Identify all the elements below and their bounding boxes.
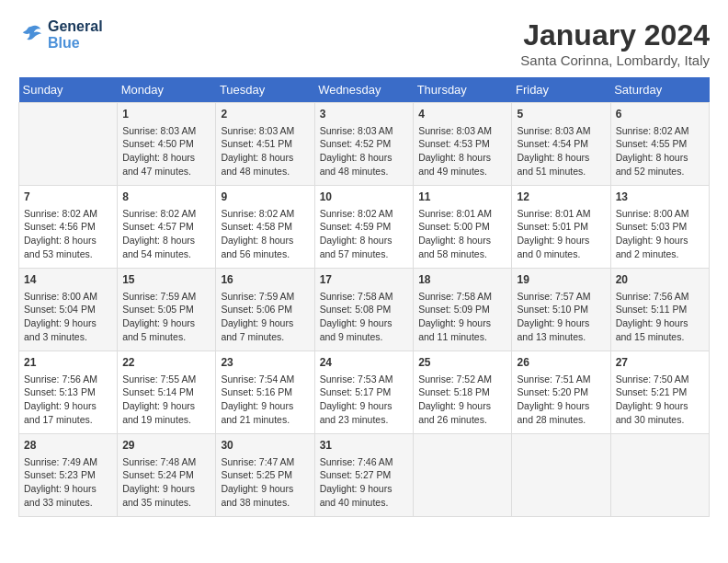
calendar-cell: 2Sunrise: 8:03 AM Sunset: 4:51 PM Daylig… <box>216 103 314 186</box>
calendar-cell: 8Sunrise: 8:02 AM Sunset: 4:57 PM Daylig… <box>118 186 216 269</box>
calendar-cell: 24Sunrise: 7:53 AM Sunset: 5:17 PM Dayli… <box>314 351 414 434</box>
day-info: Sunrise: 7:53 AM Sunset: 5:17 PM Dayligh… <box>320 373 409 427</box>
day-number: 22 <box>122 355 210 371</box>
calendar-cell <box>414 434 512 517</box>
day-number: 26 <box>517 355 605 371</box>
calendar-cell: 6Sunrise: 8:02 AM Sunset: 4:55 PM Daylig… <box>610 103 709 186</box>
calendar-cell: 25Sunrise: 7:52 AM Sunset: 5:18 PM Dayli… <box>414 351 512 434</box>
calendar-cell <box>512 434 610 517</box>
month-title: January 2024 <box>520 18 710 52</box>
day-number: 25 <box>418 355 506 371</box>
calendar-cell: 12Sunrise: 8:01 AM Sunset: 5:01 PM Dayli… <box>512 186 610 269</box>
logo: General Blue <box>18 18 103 51</box>
day-info: Sunrise: 8:00 AM Sunset: 5:03 PM Dayligh… <box>616 207 704 261</box>
logo-icon <box>18 22 44 48</box>
day-number: 2 <box>221 107 309 122</box>
day-info: Sunrise: 8:02 AM Sunset: 4:57 PM Dayligh… <box>122 207 210 261</box>
day-info: Sunrise: 8:02 AM Sunset: 4:58 PM Dayligh… <box>221 207 309 261</box>
day-number: 8 <box>122 190 210 205</box>
calendar-cell: 22Sunrise: 7:55 AM Sunset: 5:14 PM Dayli… <box>118 351 216 434</box>
day-info: Sunrise: 7:47 AM Sunset: 5:25 PM Dayligh… <box>221 455 309 510</box>
column-header-saturday: Saturday <box>610 77 709 103</box>
day-number: 10 <box>320 190 409 205</box>
title-area: January 2024 Santa Corinna, Lombardy, It… <box>520 18 710 68</box>
day-info: Sunrise: 7:52 AM Sunset: 5:18 PM Dayligh… <box>418 373 506 427</box>
day-info: Sunrise: 7:46 AM Sunset: 5:27 PM Dayligh… <box>320 455 409 510</box>
day-number: 15 <box>122 272 210 288</box>
day-number: 17 <box>320 272 409 288</box>
day-number: 29 <box>122 438 210 454</box>
day-number: 12 <box>517 190 605 205</box>
day-info: Sunrise: 7:48 AM Sunset: 5:24 PM Dayligh… <box>122 455 210 510</box>
calendar-cell: 14Sunrise: 8:00 AM Sunset: 5:04 PM Dayli… <box>19 269 118 351</box>
day-number: 18 <box>418 272 506 288</box>
location-title: Santa Corinna, Lombardy, Italy <box>520 52 710 68</box>
column-header-sunday: Sunday <box>19 77 118 103</box>
day-number: 9 <box>221 190 309 205</box>
day-number: 4 <box>418 107 506 122</box>
day-info: Sunrise: 7:55 AM Sunset: 5:14 PM Dayligh… <box>122 373 210 427</box>
day-number: 24 <box>320 355 409 371</box>
day-info: Sunrise: 7:49 AM Sunset: 5:23 PM Dayligh… <box>24 455 112 510</box>
day-info: Sunrise: 7:59 AM Sunset: 5:05 PM Dayligh… <box>122 290 210 344</box>
day-number: 6 <box>616 107 704 122</box>
day-info: Sunrise: 7:54 AM Sunset: 5:16 PM Dayligh… <box>221 373 309 427</box>
week-row-3: 14Sunrise: 8:00 AM Sunset: 5:04 PM Dayli… <box>19 269 710 351</box>
week-row-4: 21Sunrise: 7:56 AM Sunset: 5:13 PM Dayli… <box>19 351 710 434</box>
calendar-cell: 10Sunrise: 8:02 AM Sunset: 4:59 PM Dayli… <box>314 186 414 269</box>
calendar-cell <box>19 103 118 186</box>
day-number: 16 <box>221 272 309 288</box>
calendar-header-row: SundayMondayTuesdayWednesdayThursdayFrid… <box>19 77 710 103</box>
day-number: 5 <box>517 107 605 122</box>
day-number: 3 <box>320 107 409 122</box>
day-number: 19 <box>517 272 605 288</box>
day-info: Sunrise: 8:03 AM Sunset: 4:53 PM Dayligh… <box>418 124 506 178</box>
day-number: 14 <box>24 272 112 288</box>
day-info: Sunrise: 7:51 AM Sunset: 5:20 PM Dayligh… <box>517 373 605 427</box>
calendar-cell: 7Sunrise: 8:02 AM Sunset: 4:56 PM Daylig… <box>19 186 118 269</box>
calendar-cell: 1Sunrise: 8:03 AM Sunset: 4:50 PM Daylig… <box>118 103 216 186</box>
calendar-cell: 28Sunrise: 7:49 AM Sunset: 5:23 PM Dayli… <box>19 434 118 517</box>
day-number: 28 <box>24 438 112 454</box>
calendar-cell: 5Sunrise: 8:03 AM Sunset: 4:54 PM Daylig… <box>512 103 610 186</box>
column-header-friday: Friday <box>512 77 610 103</box>
calendar-cell: 13Sunrise: 8:00 AM Sunset: 5:03 PM Dayli… <box>610 186 709 269</box>
column-header-tuesday: Tuesday <box>216 77 314 103</box>
day-number: 30 <box>221 438 309 454</box>
calendar-cell: 18Sunrise: 7:58 AM Sunset: 5:09 PM Dayli… <box>414 269 512 351</box>
day-number: 7 <box>24 190 112 205</box>
calendar-cell: 23Sunrise: 7:54 AM Sunset: 5:16 PM Dayli… <box>216 351 314 434</box>
column-header-monday: Monday <box>118 77 216 103</box>
calendar-table: SundayMondayTuesdayWednesdayThursdayFrid… <box>18 77 710 517</box>
day-number: 31 <box>320 438 409 454</box>
calendar-cell: 21Sunrise: 7:56 AM Sunset: 5:13 PM Dayli… <box>19 351 118 434</box>
day-number: 23 <box>221 355 309 371</box>
day-info: Sunrise: 7:57 AM Sunset: 5:10 PM Dayligh… <box>517 290 605 344</box>
day-info: Sunrise: 8:03 AM Sunset: 4:51 PM Dayligh… <box>221 124 309 178</box>
day-info: Sunrise: 7:58 AM Sunset: 5:09 PM Dayligh… <box>418 290 506 344</box>
logo-text-line2: Blue <box>48 35 103 52</box>
day-info: Sunrise: 8:01 AM Sunset: 5:00 PM Dayligh… <box>418 207 506 261</box>
calendar-cell: 15Sunrise: 7:59 AM Sunset: 5:05 PM Dayli… <box>118 269 216 351</box>
day-number: 27 <box>616 355 704 371</box>
day-info: Sunrise: 7:59 AM Sunset: 5:06 PM Dayligh… <box>221 290 309 344</box>
column-header-wednesday: Wednesday <box>314 77 414 103</box>
week-row-5: 28Sunrise: 7:49 AM Sunset: 5:23 PM Dayli… <box>19 434 710 517</box>
calendar-cell: 20Sunrise: 7:56 AM Sunset: 5:11 PM Dayli… <box>610 269 709 351</box>
day-number: 13 <box>616 190 704 205</box>
calendar-cell: 3Sunrise: 8:03 AM Sunset: 4:52 PM Daylig… <box>314 103 414 186</box>
day-info: Sunrise: 8:03 AM Sunset: 4:54 PM Dayligh… <box>517 124 605 178</box>
day-info: Sunrise: 7:56 AM Sunset: 5:11 PM Dayligh… <box>616 290 704 344</box>
day-info: Sunrise: 8:00 AM Sunset: 5:04 PM Dayligh… <box>24 290 112 344</box>
day-number: 11 <box>418 190 506 205</box>
page-header: General Blue January 2024 Santa Corinna,… <box>18 18 710 68</box>
calendar-cell: 26Sunrise: 7:51 AM Sunset: 5:20 PM Dayli… <box>512 351 610 434</box>
day-number: 20 <box>616 272 704 288</box>
day-number: 21 <box>24 355 112 371</box>
day-info: Sunrise: 7:58 AM Sunset: 5:08 PM Dayligh… <box>320 290 409 344</box>
day-number: 1 <box>122 107 210 122</box>
day-info: Sunrise: 7:50 AM Sunset: 5:21 PM Dayligh… <box>616 373 704 427</box>
logo-text-line1: General <box>48 18 103 35</box>
calendar-cell: 31Sunrise: 7:46 AM Sunset: 5:27 PM Dayli… <box>314 434 414 517</box>
week-row-1: 1Sunrise: 8:03 AM Sunset: 4:50 PM Daylig… <box>19 103 710 186</box>
